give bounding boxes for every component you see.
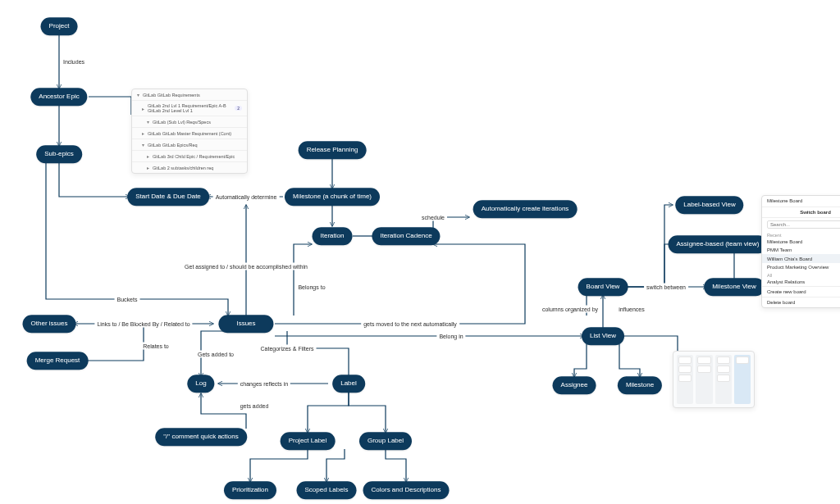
dropdown-item-label: Milestone Board	[767, 239, 802, 244]
node-release-planning: Release Planning	[299, 141, 367, 159]
edge-switch-between: switch between	[644, 284, 688, 291]
chevron-right-icon: ▸	[147, 153, 149, 159]
edge-relates-to: Relates to	[140, 343, 171, 350]
edge-columns-org: columns organized by	[540, 306, 600, 313]
board-card	[697, 366, 710, 373]
node-board-view: Board View	[578, 278, 628, 296]
dropdown-item[interactable]: Analyst Relations	[762, 278, 840, 286]
node-prioritization: Prioritization	[224, 481, 276, 499]
epic-row: ▾GitLab GitLab Epics/Req	[132, 139, 247, 151]
epic-row: ▾GitLab (Sub Lvl) Reqs/Specs	[132, 116, 247, 128]
board-card	[717, 375, 730, 382]
node-merge-request: Merge Request	[27, 352, 89, 370]
epic-row-label: GitLab (Sub Lvl) Reqs/Specs	[153, 120, 211, 125]
node-scoped-labels: Scoped Labels	[297, 481, 357, 499]
epic-row-label: GitLab GitLab Epics/Req	[148, 143, 198, 148]
node-start-due-date: Start Date & Due Date	[127, 188, 209, 206]
edge-get-assigned: Get assigned to / should be accomplished…	[182, 263, 310, 270]
node-issues: Issues	[218, 315, 273, 333]
dropdown-item-label: Analyst Relations	[767, 279, 805, 284]
epic-row-label: GitLab GitLab Requirements	[143, 93, 200, 98]
node-project: Project	[41, 17, 78, 35]
kanban-board-screenshot	[673, 351, 755, 408]
node-milestone-view: Milestone View	[704, 278, 765, 296]
node-other-issues: Other issues	[23, 315, 76, 333]
node-milestone: Milestone	[618, 376, 662, 394]
chevron-right-icon: ▸	[142, 106, 144, 111]
badge-icon: 2	[235, 106, 242, 111]
epic-hierarchy-screenshot: ▾GitLab GitLab Requirements ▸GitLab 2nd …	[131, 89, 248, 174]
epic-row-label: GitLab 2 subtasks/children req	[153, 166, 213, 170]
dropdown-selected[interactable]: Milestone Board ▾	[762, 196, 840, 207]
dropdown-section-all: All	[762, 271, 840, 278]
node-label: Label	[332, 375, 365, 393]
edge-gets-added: gets added	[238, 402, 272, 410]
chevron-down-icon: ▾	[147, 119, 149, 125]
dropdown-item-label: William Chia's Board	[767, 257, 812, 261]
dropdown-item-label: PMM Team	[767, 247, 792, 252]
chevron-right-icon: ▸	[147, 165, 149, 170]
chevron-down-icon: ▾	[142, 142, 144, 148]
board-column	[677, 355, 693, 404]
edge-auto-determine: Automatically determine	[213, 193, 280, 201]
node-iteration-cadence: Iteration Cadence	[372, 227, 440, 245]
node-assignee: Assignee	[553, 376, 596, 394]
epic-row: ▸GitLab 2 subtasks/children req	[132, 162, 247, 173]
chevron-down-icon: ▾	[137, 92, 139, 98]
epic-row-label: GitLab 3rd Child Epic / Requirement/Epic	[153, 154, 235, 159]
epic-row: ▸GitLab GitLab Master Requirement (Cont)	[132, 128, 247, 139]
node-quick-actions: "/" comment quick actions	[155, 428, 247, 446]
board-card	[678, 366, 692, 373]
node-auto-iterations: Automatically create iterations	[473, 200, 578, 218]
dropdown-search-input[interactable]	[767, 220, 840, 229]
node-assignee-view: Assignee-based (team view)	[669, 235, 768, 253]
epic-row-label: GitLab 2nd Lvl 1 Requirement/Epic A-B Gi…	[148, 103, 229, 113]
dropdown-item[interactable]: Milestone Board	[762, 238, 840, 246]
board-column	[715, 355, 732, 404]
epic-row: ▾GitLab GitLab Requirements	[132, 89, 247, 101]
dropdown-item[interactable]: William Chia's Board↖	[762, 254, 840, 263]
edge-buckets: Buckets	[115, 296, 140, 303]
board-card	[697, 356, 710, 364]
board-card	[678, 375, 692, 382]
epic-row: ▸GitLab 3rd Child Epic / Requirement/Epi…	[132, 151, 247, 162]
node-group-label: Group Label	[359, 432, 412, 450]
edge-links-to: Links to / Be Blocked By / Related to	[94, 320, 192, 328]
dropdown-item-label: Product Marketing Overview	[767, 265, 829, 270]
node-ancestor-epic: Ancestor Epic	[30, 88, 87, 106]
board-column	[734, 355, 751, 404]
dropdown-title: Switch board	[762, 207, 840, 218]
edge-influences: influences	[616, 306, 647, 313]
dropdown-section-recent: Recent	[762, 231, 840, 238]
board-switcher-dropdown: Milestone Board ▾ Switch board Recent Mi…	[761, 195, 840, 308]
diagram-canvas: { "nodes": { "project": "Project", "ance…	[0, 0, 840, 504]
dropdown-item[interactable]: PMM Team	[762, 246, 840, 254]
dropdown-item[interactable]: Product Marketing Overview	[762, 263, 840, 271]
board-card	[717, 356, 730, 364]
node-iteration: Iteration	[313, 227, 353, 245]
node-log: Log	[187, 375, 214, 393]
epic-row: ▸GitLab 2nd Lvl 1 Requirement/Epic A-B G…	[132, 101, 247, 116]
node-list-view: List View	[582, 327, 624, 345]
board-card	[717, 366, 730, 373]
node-sub-epics: Sub-epics	[36, 145, 82, 163]
dropdown-selected-label: Milestone Board	[767, 198, 802, 204]
edge-categorizes: Categorizes & Filters	[258, 345, 317, 352]
edge-belong-in: Belong in	[436, 333, 465, 340]
board-card	[736, 356, 749, 364]
node-milestone-chunk: Milestone (a chunk of time)	[285, 188, 380, 206]
edge-schedule: schedule	[419, 214, 447, 221]
board-column	[696, 355, 712, 404]
edge-changes-reflects: changes reflects in	[238, 380, 290, 388]
epic-row-label: GitLab GitLab Master Requirement (Cont)	[148, 131, 231, 136]
edge-includes: Includes	[61, 58, 87, 66]
edge-belongs-to: Belongs to	[295, 284, 327, 291]
node-project-label: Project Label	[281, 432, 336, 450]
edge-gets-moved: gets moved to the next automatically	[361, 320, 459, 328]
board-card	[678, 356, 692, 364]
dropdown-delete-board[interactable]: Delete board	[762, 297, 840, 307]
node-colors-desc: Colors and Descriptions	[363, 481, 450, 499]
chevron-right-icon: ▸	[142, 130, 144, 136]
dropdown-create-board[interactable]: Create new board	[762, 286, 840, 297]
edge-gets-added-to: Gets added to	[195, 351, 236, 358]
